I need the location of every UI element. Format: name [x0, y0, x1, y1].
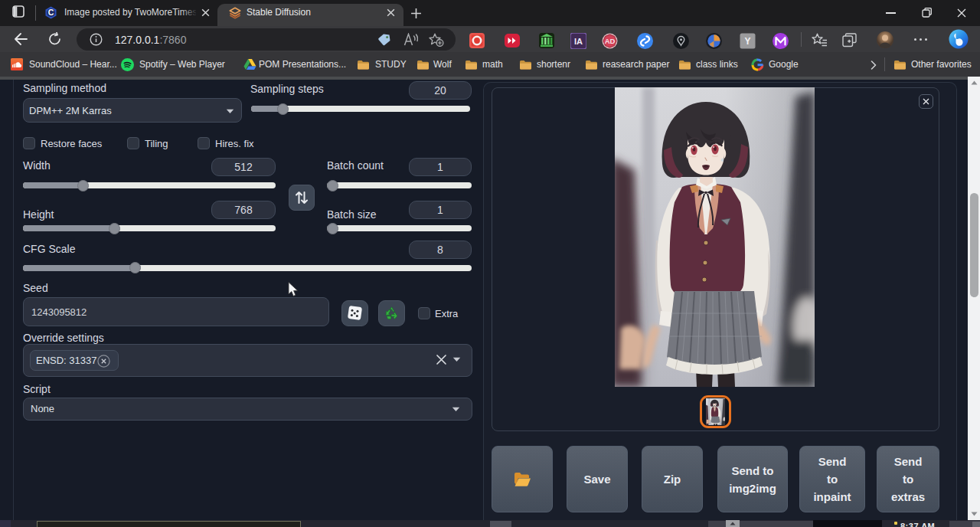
svg-text:IA: IA: [574, 37, 583, 46]
svg-text:C: C: [48, 8, 54, 17]
svg-text:AD: AD: [605, 37, 616, 45]
svg-text:Y: Y: [744, 36, 750, 47]
